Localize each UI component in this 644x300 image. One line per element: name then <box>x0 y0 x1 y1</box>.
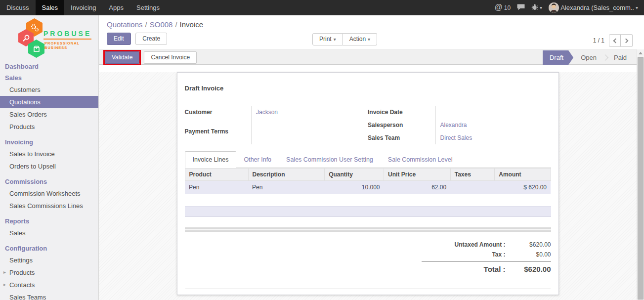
tax-label: Tax : <box>422 251 513 258</box>
sidebar-item-sales-orders[interactable]: Sales Orders <box>0 108 98 121</box>
user-menu[interactable]: Alexandra (Sales_comm.. ▾ <box>549 2 638 13</box>
messages-button[interactable] <box>517 4 525 12</box>
sidebar-item-sales-teams[interactable]: Sales Teams <box>0 291 98 300</box>
tab-sale-commission-level[interactable]: Sale Commission Level <box>381 152 460 168</box>
status-paid[interactable]: Paid <box>606 50 634 65</box>
sidebar-item-products[interactable]: Products <box>0 121 98 133</box>
column-header-quantity: Quantity <box>325 169 384 181</box>
caret-down-icon: ▾ <box>334 37 336 42</box>
pager-previous-button[interactable] <box>609 34 621 47</box>
sidebar-item-label: Products <box>9 269 35 276</box>
form-view-background: Draft Invoice Customer Jackson Payment T… <box>99 72 644 300</box>
validate-button[interactable]: Validate <box>105 51 139 64</box>
sidebar-item-quotations[interactable]: Quotations <box>0 96 98 108</box>
chat-bubble-icon <box>517 4 525 12</box>
print-dropdown-button[interactable]: Print▾ <box>312 33 343 45</box>
edit-button[interactable]: Edit <box>107 33 131 45</box>
sidebar-heading-dashboard[interactable]: Dashboard <box>0 61 98 72</box>
vertical-scrollbar[interactable] <box>637 49 644 300</box>
invoice-date-value[interactable] <box>435 106 551 119</box>
salesperson-value-link[interactable]: Alexandra <box>435 119 551 131</box>
column-header-taxes: Taxes <box>450 169 495 181</box>
sidebar-item-sales-commissions-lines[interactable]: Sales Commissions Lines <box>0 200 98 212</box>
company-logo[interactable]: PROBUSE PROFESSIONAL BUSINESS <box>0 15 98 61</box>
sidebar-item-commission-worksheets[interactable]: Commission Worksheets <box>0 187 98 200</box>
brand-tagline: PROFESSIONAL BUSINESS <box>44 41 98 50</box>
sidebar-item-orders-to-upsell[interactable]: Orders to Upsell <box>0 160 98 172</box>
status-open[interactable]: Open <box>573 50 604 65</box>
nav-item-apps[interactable]: Apps <box>102 0 130 15</box>
table-header-row: Product Description Quantity Unit Price … <box>185 169 551 181</box>
breadcrumb-current: Invoice <box>180 20 204 29</box>
nav-item-sales[interactable]: Sales <box>36 0 65 15</box>
sidebar-item-customers[interactable]: Customers <box>0 84 98 96</box>
sales-team-value-link[interactable]: Direct Sales <box>435 131 551 144</box>
sidebar-item-config-products[interactable]: ▸ Products <box>0 266 98 279</box>
nav-item-invoicing[interactable]: Invoicing <box>64 0 102 15</box>
horizontal-separator <box>185 227 551 232</box>
column-header-description: Description <box>248 169 325 181</box>
nav-item-discuss[interactable]: Discuss <box>0 0 36 15</box>
scrollbar-up-button[interactable] <box>637 49 644 57</box>
tab-sales-commission-user-setting[interactable]: Sales Commission User Setting <box>279 152 381 168</box>
notebook-tabs: Invoice Lines Other Info Sales Commissio… <box>185 151 551 168</box>
cell-unit-price: 62.00 <box>384 181 451 194</box>
payment-terms-value[interactable] <box>252 125 368 144</box>
status-pipeline: Draft Open Paid <box>543 50 634 65</box>
sheet-bottom-divider <box>185 289 551 289</box>
cell-taxes <box>450 181 495 194</box>
validate-annotation-box: Validate <box>103 50 141 65</box>
mention-icon: @ <box>494 0 502 15</box>
chevron-right-icon: ▸ <box>3 282 6 287</box>
sidebar-item-sales-to-invoice[interactable]: Sales to Invoice <box>0 148 98 160</box>
invoice-line-row[interactable]: Pen Pen 10.000 62.00 $ 620.00 <box>185 181 551 194</box>
empty-line-row[interactable] <box>185 206 551 217</box>
scrollbar-thumb[interactable] <box>638 57 644 300</box>
cell-amount: $ 620.00 <box>495 181 551 194</box>
sidebar-heading-configuration[interactable]: Configuration <box>0 243 98 254</box>
mentions-counter[interactable]: @ 10 <box>494 0 511 16</box>
invoice-date-label: Invoice Date <box>368 106 435 119</box>
caret-down-icon: ▾ <box>368 37 370 42</box>
action-dropdown-button[interactable]: Action▾ <box>343 33 377 45</box>
breadcrumb-separator: / <box>145 20 147 29</box>
cell-description: Pen <box>248 181 325 194</box>
sidebar: PROBUSE PROFESSIONAL BUSINESS Dashboard … <box>0 15 99 300</box>
untaxed-amount-label: Untaxed Amount : <box>422 241 513 248</box>
sidebar-item-settings[interactable]: Settings <box>0 254 98 266</box>
caret-down-icon: ▾ <box>636 5 638 10</box>
salesperson-label: Salesperson <box>368 119 435 131</box>
sidebar-heading-reports[interactable]: Reports <box>0 215 98 227</box>
breadcrumb-so008[interactable]: SO008 <box>150 20 173 29</box>
status-draft[interactable]: Draft <box>543 50 573 65</box>
breadcrumb-quotations[interactable]: Quotations <box>107 20 143 29</box>
create-button[interactable]: Create <box>135 33 167 45</box>
bug-icon <box>531 3 538 12</box>
sidebar-heading-commissions[interactable]: Commissions <box>0 176 98 187</box>
scroll-up-arrow-icon <box>639 52 643 54</box>
customer-value-link[interactable]: Jackson <box>252 106 368 125</box>
invoice-lines-table: Product Description Quantity Unit Price … <box>185 168 551 194</box>
totals-block: Untaxed Amount : $620.00 Tax : $0.00 Tot… <box>422 240 551 275</box>
cancel-invoice-button[interactable]: Cancel Invoice <box>144 51 197 64</box>
field-group-left: Customer Jackson Payment Terms <box>185 106 368 144</box>
pager-next-button[interactable] <box>621 34 633 47</box>
top-navbar: Discuss Sales Invoicing Apps Settings @ … <box>0 0 644 15</box>
pager-value: 1 / 1 <box>593 37 604 44</box>
sidebar-heading-invoicing[interactable]: Invoicing <box>0 136 98 148</box>
total-value: $620.00 <box>513 265 551 273</box>
debug-menu-button[interactable]: ▾ <box>531 3 542 12</box>
tab-invoice-lines[interactable]: Invoice Lines <box>185 151 237 168</box>
tab-other-info[interactable]: Other Info <box>236 152 279 168</box>
invoice-sheet: Draft Invoice Customer Jackson Payment T… <box>177 72 559 295</box>
column-header-amount: Amount <box>495 169 551 181</box>
sidebar-heading-sales[interactable]: Sales <box>0 72 98 84</box>
nav-item-settings[interactable]: Settings <box>130 0 166 15</box>
control-panel: Quotations/SO008/Invoice Edit Create Pri… <box>99 15 644 49</box>
sidebar-item-reports-sales[interactable]: Sales <box>0 227 98 239</box>
column-header-product: Product <box>185 169 248 181</box>
sidebar-item-config-contacts[interactable]: ▸ Contacts <box>0 279 98 291</box>
invoice-state-title: Draft Invoice <box>185 85 551 92</box>
field-group-right: Invoice Date Salesperson Alexandra Sales… <box>368 106 551 144</box>
column-header-unit-price: Unit Price <box>384 169 451 181</box>
